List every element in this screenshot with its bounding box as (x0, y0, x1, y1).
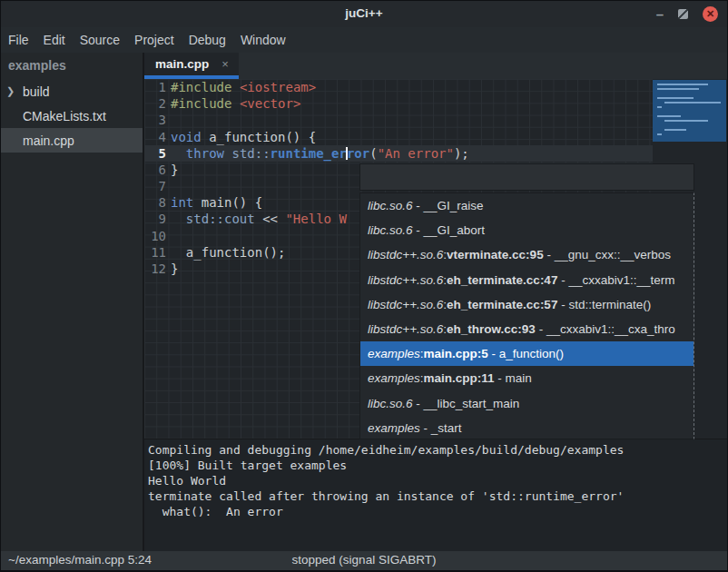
frame-function-label: main (506, 371, 532, 385)
terminal-line: Hello World (148, 473, 727, 488)
frame-function-label: a_function() (499, 347, 564, 360)
status-bar: ~/examples/main.cpp 5:24 stopped (signal… (1, 551, 727, 570)
menu-item-project[interactable]: Project (134, 33, 174, 47)
tab-bar: main.cpp × (144, 53, 727, 79)
menu-item-edit[interactable]: Edit (44, 33, 65, 47)
frame-function-label: __GI_raise (424, 199, 484, 212)
frame-library-label: examples (368, 347, 420, 360)
code-line-text: } (166, 162, 178, 179)
code-token (231, 96, 239, 111)
backtrace-frame-item[interactable]: libstdc++.so.6:eh_throw.cc:93 - __cxxabi… (360, 317, 694, 341)
code-line-text: std::cout << "Hello W (166, 211, 347, 228)
app-window: juCi++ – ✕ FileEditSourceProjectDebugWin… (0, 0, 728, 572)
close-button[interactable]: ✕ (703, 6, 718, 22)
code-line-text: void a_function() { (166, 129, 316, 146)
line-number: 4 (144, 129, 166, 146)
terminal-line: what(): An error (148, 504, 727, 519)
frame-file-line-label: eh_throw.cc:93 (447, 322, 536, 336)
tab-close-icon[interactable]: × (221, 57, 229, 71)
code-token: a_function() { (202, 130, 316, 144)
code-token: } (171, 163, 178, 177)
code-token (171, 212, 186, 226)
code-token: } (171, 261, 178, 276)
code-line-5: 5 throw std::runtime_error("An error"); (144, 145, 469, 163)
code-token: <vector> (240, 96, 300, 111)
code-token (231, 80, 239, 94)
line-number: 11 (144, 244, 166, 261)
minimap-line (657, 106, 662, 108)
minimap-line (657, 115, 681, 117)
code-line-text: int main() { (166, 194, 262, 212)
backtrace-frame-item[interactable]: examples:main.cpp:5 - a_function() (360, 341, 694, 366)
code-token: #include (171, 80, 231, 94)
backtrace-frame-item[interactable]: libc.so.6 - __libc_start_main (360, 391, 694, 416)
menu-item-window[interactable]: Window (241, 33, 286, 47)
terminal-output-panel[interactable]: Compiling and debugging /home/eidheim/ex… (144, 439, 727, 551)
window-controls: – ✕ (656, 1, 718, 27)
restore-icon[interactable] (678, 9, 688, 19)
line-number: 8 (144, 194, 166, 212)
code-token: runtime_er (271, 146, 347, 161)
sidebar-item-label: main.cpp (23, 133, 74, 148)
menu-bar: FileEditSourceProjectDebugWindow (1, 27, 727, 53)
code-line-text: throw std::runtime_error("An error"); (166, 145, 469, 163)
minimap-line (664, 102, 721, 104)
chevron-right-icon[interactable]: ❯ (6, 85, 21, 97)
frame-library-label: libstdc++.so.6 (368, 273, 443, 287)
editor-column: main.cpp × 1#include <iostream>2#include… (144, 53, 727, 551)
main-area: examples ❯buildCMakeLists.txtmain.cpp ma… (1, 53, 727, 551)
code-line-text: } (166, 261, 178, 278)
menu-item-file[interactable]: File (8, 33, 29, 47)
tab-main-cpp[interactable]: main.cpp × (144, 53, 239, 79)
code-token: ( (369, 146, 377, 161)
file-tree-sidebar: examples ❯buildCMakeLists.txtmain.cpp (1, 53, 144, 551)
code-line-4: 4void a_function() { (144, 129, 316, 146)
backtrace-frame-item[interactable]: libstdc++.so.6:eh_terminate.cc:57 - std:… (360, 292, 694, 317)
code-token: a_function(); (171, 245, 285, 260)
source-overview-minimap[interactable] (653, 80, 726, 142)
frame-library-label: libc.so.6 (368, 199, 413, 212)
frame-function-label: std::terminate() (568, 298, 651, 311)
sidebar-item-cmakelists-txt[interactable]: CMakeLists.txt (1, 104, 143, 128)
frame-function-label: __cxxabiv1::__cxa_thro (546, 322, 675, 336)
backtrace-filter-input[interactable] (360, 164, 694, 190)
sidebar-item-main-cpp[interactable]: main.cpp (1, 128, 143, 153)
frame-file-line-label: eh_terminate.cc:47 (447, 273, 557, 287)
code-line-12: 12} (144, 261, 178, 278)
frame-library-label: libstdc++.so.6 (368, 322, 443, 336)
code-line-7: 7 (144, 178, 171, 195)
backtrace-frame-item[interactable]: examples:main.cpp:11 - main (360, 366, 694, 390)
code-line-1: 1#include <iostream> (144, 79, 316, 96)
backtrace-frame-item[interactable]: libstdc++.so.6:eh_terminate.cc:47 - __cx… (360, 268, 694, 292)
project-name-label: examples (1, 53, 143, 79)
frame-function-label: _start (431, 421, 462, 435)
menu-item-source[interactable]: Source (80, 33, 120, 47)
backtrace-frame-item[interactable]: examples - _start (360, 416, 694, 439)
code-token: void (171, 130, 202, 144)
code-token: std::cout (186, 212, 255, 226)
line-number: 7 (144, 178, 166, 195)
line-number: 2 (144, 95, 166, 113)
code-token: ror (347, 146, 369, 161)
code-line-3: 3 (144, 112, 171, 129)
line-number: 1 (144, 79, 166, 96)
line-number: 12 (144, 261, 166, 278)
frame-file-line-label: main.cpp:5 (424, 347, 488, 360)
menu-item-debug[interactable]: Debug (189, 33, 226, 47)
minimap-line (657, 97, 694, 99)
code-line-text (166, 112, 171, 129)
title-bar[interactable]: juCi++ – ✕ (1, 1, 727, 27)
frame-function-label: __cxxabiv1::__term (568, 273, 674, 287)
code-line-text: #include <vector> (166, 95, 300, 113)
backtrace-filter-entry[interactable] (359, 163, 694, 191)
backtrace-popup-list[interactable]: libc.so.6 - __GI_raiselibc.so.6 - __GI_a… (359, 192, 694, 439)
frame-function-label: __libc_start_main (424, 397, 520, 410)
backtrace-frame-item[interactable]: libstdc++.so.6:vterminate.cc:95 - __gnu_… (360, 242, 694, 267)
backtrace-frame-item[interactable]: libc.so.6 - __GI_abort (360, 218, 694, 242)
code-line-text: a_function(); (166, 244, 285, 261)
minimize-button[interactable]: – (656, 10, 664, 19)
sidebar-item-build[interactable]: ❯build (1, 79, 143, 104)
debug-status-label: stopped (signal SIGABRT) (1, 553, 727, 567)
backtrace-frame-item[interactable]: libc.so.6 - __GI_raise (360, 193, 694, 218)
file-tree: ❯buildCMakeLists.txtmain.cpp (1, 79, 143, 153)
